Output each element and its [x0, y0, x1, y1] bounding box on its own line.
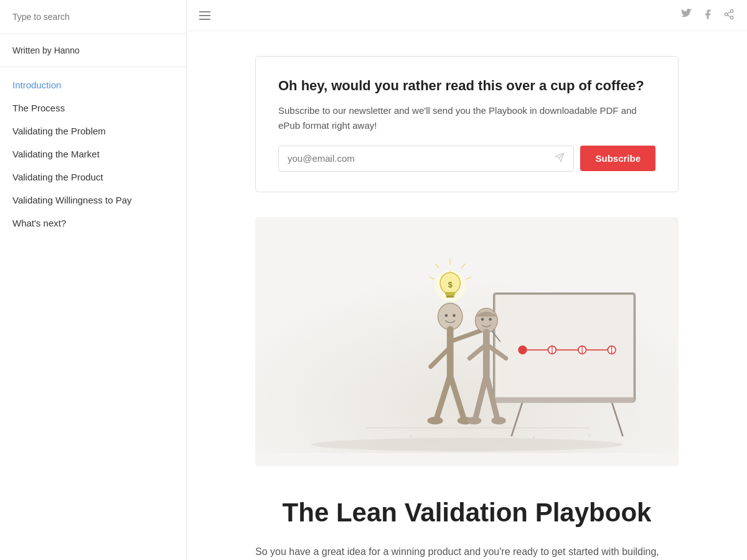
sidebar: Written by Hanno IntroductionThe Process…: [0, 0, 187, 560]
svg-point-0: [730, 9, 733, 12]
sidebar-item-validating-market[interactable]: Validating the Market: [0, 142, 186, 166]
svg-point-47: [533, 436, 535, 438]
svg-rect-13: [495, 397, 634, 403]
email-input[interactable]: [288, 153, 551, 164]
book-description: So you have a great idea for a winning p…: [255, 543, 679, 560]
svg-point-42: [489, 318, 491, 320]
svg-point-46: [410, 435, 413, 437]
svg-line-3: [727, 15, 730, 17]
svg-point-38: [427, 417, 443, 425]
svg-point-35: [445, 314, 448, 317]
sidebar-item-validating-product[interactable]: Validating the Product: [0, 166, 186, 189]
search-bar[interactable]: [0, 0, 186, 34]
svg-text:$: $: [448, 281, 453, 289]
svg-point-44: [491, 417, 505, 425]
sidebar-item-the-process[interactable]: The Process: [0, 96, 186, 119]
svg-point-41: [481, 318, 484, 320]
main-content: Oh hey, would you rather read this over …: [187, 0, 747, 560]
svg-point-8: [311, 438, 622, 451]
subscribe-heading: Oh hey, would you rather read this over …: [278, 77, 655, 96]
sidebar-item-validating-willingness[interactable]: Validating Willingness to Pay: [0, 189, 186, 212]
illustration-area: $: [255, 217, 679, 466]
svg-point-48: [588, 434, 591, 436]
sidebar-item-introduction[interactable]: Introduction: [0, 73, 186, 96]
author-label: Written by Hanno: [12, 45, 80, 55]
subscribe-form: Subscribe: [278, 146, 655, 172]
subscribe-box: Oh hey, would you rather read this over …: [255, 56, 679, 192]
search-input[interactable]: [12, 12, 174, 22]
svg-rect-31: [445, 292, 455, 295]
svg-point-34: [438, 303, 462, 330]
subscribe-description: Subscribe to our newsletter and we'll se…: [278, 103, 655, 133]
page-content: Oh hey, would you rather read this over …: [218, 31, 716, 560]
subscribe-button[interactable]: Subscribe: [580, 146, 655, 171]
svg-point-2: [730, 16, 733, 19]
top-bar-right: [681, 9, 735, 22]
sidebar-item-whats-next[interactable]: What's next?: [0, 212, 186, 235]
illustration-svg: $: [255, 217, 679, 466]
share-icon[interactable]: [723, 9, 735, 22]
book-title: The Lean Validation Playbook: [255, 497, 679, 528]
facebook-icon[interactable]: [702, 9, 713, 22]
book-title-section: The Lean Validation Playbook: [255, 497, 679, 528]
menu-icon[interactable]: [199, 11, 210, 20]
sidebar-item-validating-problem[interactable]: Validating the Problem: [0, 119, 186, 142]
top-bar: [187, 0, 747, 31]
email-wrapper[interactable]: [278, 146, 574, 172]
author-section: Written by Hanno: [0, 34, 186, 67]
nav-list: IntroductionThe ProcessValidating the Pr…: [0, 67, 186, 241]
svg-point-36: [453, 314, 455, 317]
email-send-icon: [555, 152, 565, 165]
top-bar-left: [199, 11, 210, 20]
twitter-icon[interactable]: [681, 9, 692, 22]
book-description-text: So you have a great idea for a winning p…: [255, 543, 679, 560]
svg-line-4: [727, 11, 730, 13]
svg-point-1: [725, 12, 728, 16]
svg-point-43: [467, 417, 481, 425]
svg-rect-32: [446, 296, 454, 298]
